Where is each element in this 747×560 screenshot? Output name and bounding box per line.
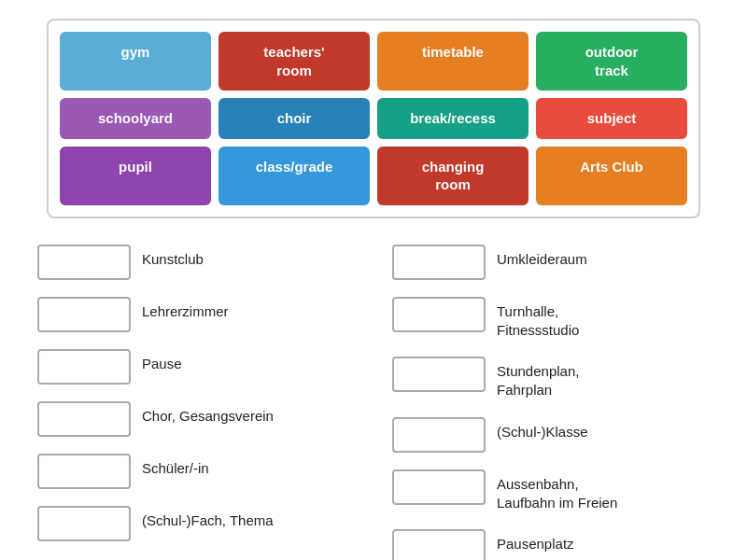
label-chor: Chor, Gesangsverein — [142, 401, 274, 426]
label-stundenplan: Stundenplan,Fahrplan — [497, 357, 579, 400]
match-row: Schüler/-in — [37, 454, 355, 489]
right-column: UmkleideraumTurnhalle,FitnessstudioStund… — [392, 245, 710, 561]
word-tile-schoolyard[interactable]: schoolyard — [60, 98, 211, 139]
word-tile-pupil[interactable]: pupil — [60, 147, 211, 205]
input-box-aussenbahn[interactable] — [392, 469, 486, 505]
input-box-lehrerzimmer[interactable] — [37, 297, 131, 332]
match-row: Stundenplan,Fahrplan — [392, 357, 710, 400]
match-row: Aussenbahn,Laufbahn im Freien — [392, 469, 710, 513]
match-row: Chor, Gesangsverein — [37, 401, 355, 437]
word-tile-subject[interactable]: subject — [536, 98, 687, 139]
match-row: (Schul-)Fach, Thema — [37, 506, 355, 541]
label-pause: Pause — [142, 349, 182, 373]
label-lehrerzimmer: Lehrerzimmer — [142, 297, 229, 321]
match-row: (Schul-)Klasse — [392, 417, 710, 453]
input-box-pause[interactable] — [37, 349, 131, 385]
input-box-umkleideraum[interactable] — [392, 245, 486, 280]
label-aussenbahn: Aussenbahn,Laufbahn im Freien — [497, 469, 617, 513]
left-column: KunstclubLehrerzimmerPauseChor, Gesangsv… — [37, 245, 355, 561]
word-tile-timetable[interactable]: timetable — [377, 32, 529, 91]
label-kunstclub: Kunstclub — [142, 245, 204, 269]
label-pausenplatz: Pausenplatz — [497, 529, 574, 553]
input-box-schulfach[interactable] — [37, 506, 131, 541]
input-box-turnhalle[interactable] — [392, 297, 486, 332]
label-schulfach: (Schul-)Fach, Thema — [142, 506, 274, 530]
word-tile-break-recess[interactable]: break/recess — [377, 98, 529, 139]
label-umkleideraum: Umkleideraum — [497, 245, 587, 269]
word-tile-teachers-room[interactable]: teachers'room — [218, 32, 370, 91]
match-row: Turnhalle,Fitnessstudio — [392, 297, 710, 341]
match-row: Pause — [37, 349, 355, 385]
label-turnhalle: Turnhalle,Fitnessstudio — [497, 297, 579, 341]
word-tile-gym[interactable]: gym — [60, 32, 211, 91]
word-tile-class-grade[interactable]: class/grade — [218, 147, 370, 205]
word-tile-outdoor-track[interactable]: outdoortrack — [536, 32, 687, 91]
word-tile-arts-club[interactable]: Arts Club — [536, 147, 687, 205]
input-box-chor[interactable] — [37, 401, 131, 437]
word-tile-changing-room[interactable]: changingroom — [377, 147, 529, 205]
input-box-kunstclub[interactable] — [37, 245, 131, 280]
label-schueler: Schüler/-in — [142, 454, 209, 478]
input-box-schueler[interactable] — [37, 454, 131, 489]
word-bank: gymteachers'roomtimetableoutdoortracksch… — [47, 19, 700, 218]
match-row: Umkleideraum — [392, 245, 710, 280]
word-tile-choir[interactable]: choir — [218, 98, 370, 139]
label-schulklasse: (Schul-)Klasse — [497, 417, 588, 441]
input-box-schulklasse[interactable] — [392, 417, 486, 453]
match-grid: KunstclubLehrerzimmerPauseChor, Gesangsv… — [37, 245, 710, 561]
match-row: Kunstclub — [37, 245, 355, 280]
input-box-pausenplatz[interactable] — [392, 529, 486, 560]
input-box-stundenplan[interactable] — [392, 357, 486, 392]
match-row: Pausenplatz — [392, 529, 710, 560]
match-row: Lehrerzimmer — [37, 297, 355, 332]
